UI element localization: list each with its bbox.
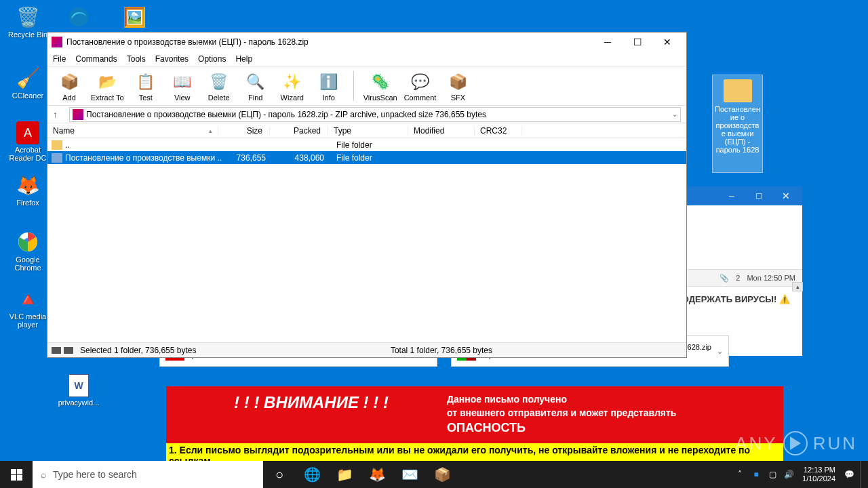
menu-tools[interactable]: Tools: [127, 54, 146, 64]
col-crc[interactable]: CRC32: [475, 126, 522, 136]
task-edge-icon[interactable]: 🌐: [296, 461, 328, 488]
file-list[interactable]: ..File folderПостановление о производств…: [47, 138, 686, 342]
menu-help[interactable]: Help: [235, 54, 252, 64]
tray-volume-icon[interactable]: 🔊: [783, 469, 794, 480]
close-button[interactable]: ✕: [652, 33, 682, 52]
acrobat-icon[interactable]: AAcrobat Reader DC: [3, 120, 52, 167]
column-headers: Name▴ Size Packed Type Modified CRC32: [47, 123, 686, 138]
task-explorer-icon[interactable]: 📁: [328, 461, 361, 488]
chevron-down-icon[interactable]: ⌄: [717, 347, 723, 356]
search-icon: ⌕: [41, 469, 46, 480]
task-winrar-icon[interactable]: 📦: [426, 461, 458, 488]
ccleaner-icon[interactable]: 🧹CCleaner: [3, 64, 52, 112]
task-outlook-icon[interactable]: ✉️: [393, 461, 426, 488]
svg-rect-4: [17, 469, 22, 474]
outlook-info-line: 📎 2 Mon 12:50 PM: [687, 269, 802, 287]
menu-options[interactable]: Options: [198, 54, 226, 64]
recycle-bin-icon[interactable]: 🗑️Recycle Bin: [3, 3, 52, 51]
file-row[interactable]: ..File folder: [47, 138, 686, 151]
up-button[interactable]: ↑: [53, 109, 64, 120]
tray-notification-icon[interactable]: 💬: [844, 469, 854, 480]
winrar-title: Постановление о производстве выемки (ЕЦП…: [66, 37, 593, 47]
show-desktop-button[interactable]: [860, 461, 864, 488]
menu-file[interactable]: File: [53, 54, 66, 64]
outlook-titlebar: ─ ☐ ✕: [687, 186, 802, 205]
winrar-app-icon: [52, 37, 62, 47]
status-icon: [64, 347, 73, 354]
winrar-menubar: File Commands Tools Favorites Options He…: [47, 52, 686, 66]
col-size[interactable]: Size: [218, 126, 270, 136]
privacy-doc-icon[interactable]: Wprivacywid...: [54, 373, 103, 420]
taskbar: ⌕ Type here to search ○ 🌐 📁 🦊 ✉️ 📦 ˄ ■ ▢…: [0, 461, 868, 488]
maximize-button[interactable]: ☐: [623, 33, 652, 52]
outlook-min-button[interactable]: ─: [718, 186, 745, 205]
outlook-window: ─ ☐ ✕ 📎 2 Mon 12:50 PM ОДЕРЖАТЬ ВИРУСЫ! …: [687, 186, 802, 356]
outlook-max-button[interactable]: ☐: [745, 186, 772, 205]
task-firefox-icon[interactable]: 🦊: [361, 461, 393, 488]
minimize-button[interactable]: ─: [593, 33, 623, 52]
paperclip-icon: 📎: [719, 274, 729, 283]
winrar-toolbar: 📦Add📂Extract To📋Test📖View🗑️Delete🔍Find✨W…: [47, 66, 686, 106]
desktop-folder-selected[interactable]: Постановление о производстве выемки (ЕЦП…: [712, 75, 763, 173]
scrollbar-up-icon[interactable]: ▴: [792, 282, 803, 291]
svg-rect-3: [11, 469, 16, 474]
tray-expand-icon[interactable]: ˄: [734, 469, 745, 480]
status-selected: Selected 1 folder, 736,655 bytes: [80, 346, 196, 355]
status-total: Total 1 folder, 736,655 bytes: [391, 346, 492, 355]
toolbar-info-button[interactable]: ℹ️Info: [314, 70, 344, 102]
sort-indicator-icon: ▴: [209, 127, 212, 134]
outlook-close-button[interactable]: ✕: [772, 186, 800, 205]
svg-rect-5: [11, 475, 16, 481]
archive-icon: [73, 109, 83, 120]
status-icon: [52, 347, 61, 354]
toolbar-extract-to-button[interactable]: 📂Extract To: [91, 70, 124, 102]
col-name[interactable]: Name▴: [47, 126, 218, 136]
toolbar-delete-button[interactable]: 🗑️Delete: [204, 70, 234, 102]
toolbar-sfx-button[interactable]: 📦SFX: [443, 70, 473, 102]
chrome-icon[interactable]: Google Chrome: [3, 228, 52, 276]
toolbar-test-button[interactable]: 📋Test: [131, 70, 161, 102]
svg-rect-6: [17, 475, 22, 481]
toolbar-view-button[interactable]: 📖View: [167, 70, 197, 102]
firefox-icon[interactable]: 🦊Firefox: [3, 171, 52, 219]
start-button[interactable]: [0, 461, 33, 488]
winrar-addressbar: ↑ Постановление о производстве выемки (Е…: [47, 106, 686, 123]
system-tray: ˄ ■ ▢ 🔊 12:13 PM 1/10/2024 💬: [734, 461, 868, 488]
task-cortana-icon[interactable]: ○: [263, 461, 296, 488]
warning-banner: ! ! ! ВНИМАНИЕ ! ! ! Данное письмо получ…: [166, 386, 783, 443]
tray-network-icon[interactable]: ▢: [767, 469, 778, 480]
desktop-icons-col1: 🗑️Recycle Bin 🧹CCleaner AAcrobat Reader …: [3, 3, 52, 333]
winrar-titlebar: Постановление о производстве выемки (ЕЦП…: [47, 33, 686, 52]
winrar-window: Постановление о производстве выемки (ЕЦП…: [47, 32, 687, 358]
col-packed[interactable]: Packed: [270, 126, 328, 136]
vlc-icon[interactable]: 🔺VLC media player: [3, 285, 52, 333]
toolbar-virusscan-button[interactable]: 🦠VirusScan: [363, 70, 397, 102]
menu-commands[interactable]: Commands: [75, 54, 117, 64]
address-combo[interactable]: Постановление о производстве выемки (ЕЦП…: [69, 107, 681, 122]
col-type[interactable]: Type: [328, 126, 408, 136]
tray-outlook-icon[interactable]: ■: [751, 469, 762, 480]
file-row[interactable]: Постановление о производстве выемки ...7…: [47, 151, 686, 164]
chevron-down-icon[interactable]: ⌄: [672, 110, 677, 118]
toolbar-add-button[interactable]: 📦Add: [54, 70, 84, 102]
toolbar-find-button[interactable]: 🔍Find: [241, 70, 271, 102]
address-text: Постановление о производстве выемки (ЕЦП…: [86, 110, 486, 119]
search-input[interactable]: ⌕ Type here to search: [33, 461, 263, 488]
taskbar-apps: ○ 🌐 📁 🦊 ✉️ 📦: [263, 461, 458, 488]
winrar-statusbar: Selected 1 folder, 736,655 bytes Total 1…: [47, 342, 686, 357]
toolbar-comment-button[interactable]: 💬Comment: [404, 70, 437, 102]
taskbar-clock[interactable]: 12:13 PM 1/10/2024: [800, 466, 838, 483]
col-modified[interactable]: Modified: [408, 126, 475, 136]
search-placeholder: Type here to search: [53, 469, 137, 480]
menu-favorites[interactable]: Favorites: [155, 54, 189, 64]
toolbar-wizard-button[interactable]: ✨Wizard: [277, 70, 307, 102]
